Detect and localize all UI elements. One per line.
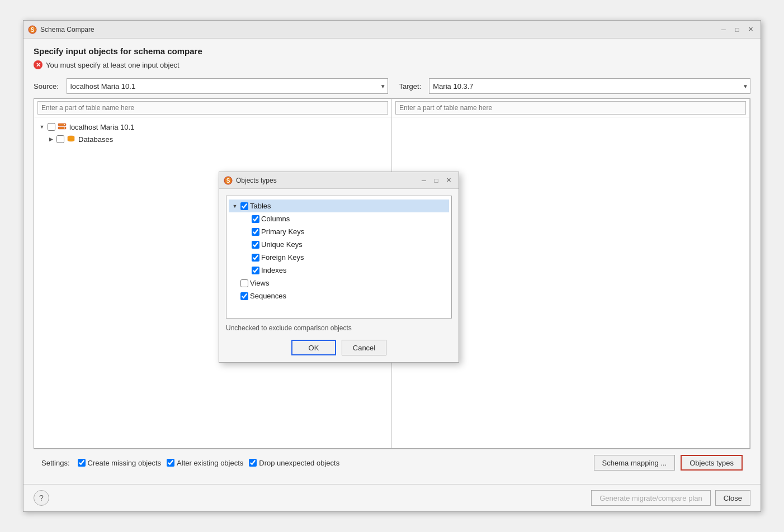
dialog-maximize-button[interactable]: □ [431, 175, 442, 186]
dtree-checkbox-indexes[interactable] [252, 267, 259, 274]
dtree-item-indexes[interactable]: Indexes [229, 264, 449, 277]
dtree-label-tables: Tables [250, 202, 271, 210]
dtree-item-columns[interactable]: Columns [229, 212, 449, 225]
source-combo-wrapper: localhost Maria 10.1 ▼ [67, 78, 388, 94]
target-search-wrapper [392, 99, 749, 117]
dtree-item-tables[interactable]: ▼ Tables [229, 200, 449, 212]
tree-checkbox-databases[interactable] [56, 135, 64, 143]
objects-types-dialog: S Objects types ─ □ ✕ ▼ [219, 172, 459, 363]
minimize-button[interactable]: ─ [718, 24, 729, 35]
dialog-hint: Unchecked to exclude comparison objects [226, 324, 452, 332]
dtree-checkbox-sequences[interactable] [240, 292, 248, 300]
drop-unexpected-checkbox[interactable] [249, 459, 257, 467]
title-bar-text: Schema Compare [40, 26, 718, 34]
create-missing-label: Create missing objects [78, 459, 162, 467]
server-icon [58, 122, 67, 131]
dialog-title-text: Objects types [236, 177, 418, 184]
dtree-label-sequences: Sequences [250, 292, 286, 300]
dtree-checkbox-foreign-keys[interactable] [252, 254, 259, 262]
dtree-item-unique-keys[interactable]: Unique Keys [229, 238, 449, 251]
svg-point-5 [64, 127, 65, 129]
dtree-label-views: Views [250, 279, 269, 287]
dialog-cancel-button[interactable]: Cancel [342, 340, 386, 355]
title-bar-controls: ─ □ ✕ [718, 24, 756, 35]
title-bar: S Schema Compare ─ □ ✕ [23, 21, 761, 39]
alter-existing-label: Alter existing objects [167, 459, 243, 467]
dtree-item-views[interactable]: Views [229, 277, 449, 289]
tree-checkbox-localhost[interactable] [48, 123, 55, 131]
dtree-checkbox-tables[interactable] [240, 202, 248, 210]
dialog-content: ▼ Tables Columns [219, 189, 459, 362]
tree-label-databases: Databases [78, 135, 113, 144]
footer-bar: ? Generate migrate/compare plan Close [23, 484, 761, 511]
target-search-input[interactable] [395, 101, 746, 115]
dialog-title-bar: S Objects types ─ □ ✕ [219, 172, 459, 189]
dtree-label-indexes: Indexes [261, 266, 287, 274]
app-icon: S [28, 25, 37, 34]
dialog-ok-button[interactable]: OK [291, 340, 336, 355]
dtree-label-columns: Columns [261, 215, 290, 223]
main-panels: ▼ localhost Maria 10.1 ▶ [34, 98, 750, 449]
dtree-item-primary-keys[interactable]: Primary Keys [229, 225, 449, 238]
close-button[interactable]: Close [715, 490, 750, 506]
source-target-row: Source: localhost Maria 10.1 ▼ Target: M… [34, 78, 750, 94]
target-label: Target: [399, 82, 422, 91]
dtree-toggle-tables[interactable]: ▼ [231, 203, 239, 209]
dtree-checkbox-primary-keys[interactable] [252, 228, 259, 236]
target-combo[interactable]: Maria 10.3.7 [429, 78, 750, 94]
dtree-label-unique-keys: Unique Keys [261, 240, 303, 249]
window-content: Specify input objects for schema compare… [23, 39, 761, 484]
source-combo[interactable]: localhost Maria 10.1 [67, 78, 388, 94]
dtree-label-foreign-keys: Foreign Keys [261, 253, 304, 262]
dialog-minimize-button[interactable]: ─ [418, 175, 429, 186]
tree-item-databases[interactable]: ▶ Databases [36, 133, 389, 145]
generate-button[interactable]: Generate migrate/compare plan [591, 490, 711, 506]
tree-label-localhost: localhost Maria 10.1 [69, 123, 134, 131]
create-missing-checkbox[interactable] [78, 459, 86, 467]
dialog-title-controls: ─ □ ✕ [418, 175, 454, 186]
settings-bar: Settings: Create missing objects Alter e… [34, 449, 750, 476]
source-search-wrapper [34, 99, 391, 117]
drop-unexpected-text: Drop unexpected objects [259, 459, 339, 467]
schema-mapping-button[interactable]: Schema mapping ... [594, 455, 676, 471]
target-combo-wrapper: Maria 10.3.7 ▼ [429, 78, 750, 94]
dtree-item-sequences[interactable]: Sequences [229, 289, 449, 302]
tree-toggle-localhost[interactable]: ▼ [37, 122, 46, 131]
dialog-tree: ▼ Tables Columns [226, 196, 452, 319]
svg-text:S: S [226, 178, 230, 184]
dtree-checkbox-unique-keys[interactable] [252, 241, 259, 249]
dialog-buttons: OK Cancel [226, 340, 452, 355]
dialog-close-button[interactable]: ✕ [443, 175, 454, 186]
error-text: You must specify at least one input obje… [46, 61, 180, 69]
dtree-checkbox-views[interactable] [240, 279, 248, 287]
page-title: Specify input objects for schema compare [34, 46, 750, 56]
dtree-checkbox-columns[interactable] [252, 215, 259, 223]
error-line: ✕ You must specify at least one input ob… [34, 60, 750, 69]
create-missing-text: Create missing objects [88, 459, 162, 467]
footer-buttons: Generate migrate/compare plan Close [591, 490, 750, 506]
alter-existing-text: Alter existing objects [177, 459, 243, 467]
dtree-item-foreign-keys[interactable]: Foreign Keys [229, 251, 449, 264]
svg-text:S: S [31, 27, 35, 33]
svg-point-8 [68, 139, 74, 141]
source-search-input[interactable] [37, 101, 388, 115]
tree-item-localhost[interactable]: ▼ localhost Maria 10.1 [36, 121, 389, 133]
help-button[interactable]: ? [34, 490, 49, 506]
alter-existing-checkbox[interactable] [167, 459, 174, 467]
dialog-app-icon: S [224, 176, 233, 185]
svg-point-4 [64, 124, 65, 125]
objects-types-button[interactable]: Objects types [681, 455, 743, 471]
error-icon: ✕ [34, 60, 42, 69]
close-window-button[interactable]: ✕ [745, 24, 756, 35]
source-label: Source: [34, 82, 59, 91]
dtree-label-primary-keys: Primary Keys [261, 227, 304, 236]
databases-icon [67, 135, 75, 144]
tree-toggle-databases[interactable]: ▶ [46, 135, 55, 144]
settings-label: Settings: [41, 459, 70, 467]
drop-unexpected-label: Drop unexpected objects [249, 459, 339, 467]
maximize-button[interactable]: □ [731, 24, 743, 35]
main-window: S Schema Compare ─ □ ✕ Specify input obj… [23, 20, 761, 512]
